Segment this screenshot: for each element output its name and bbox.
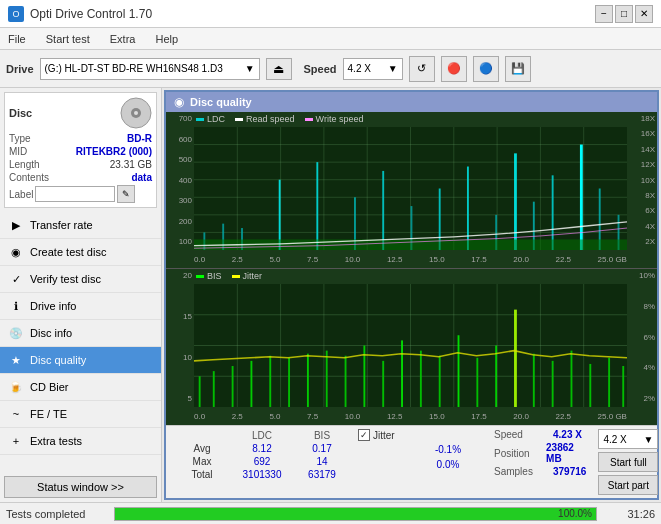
speed-position-section: Speed 4.23 X Position 23862 MB Samples 3… — [494, 429, 586, 477]
jitter-max-row: 0.0% — [358, 458, 478, 471]
sidebar-item-extra-tests[interactable]: + Extra tests — [0, 428, 161, 455]
top-chart-y-axis-left: 700 600 500 400 300 200 100 — [166, 112, 194, 248]
svg-rect-21 — [279, 180, 281, 250]
bottom-chart-svg — [194, 284, 627, 407]
menu-help[interactable]: Help — [151, 31, 182, 47]
verify-test-disc-icon: ✓ — [8, 271, 24, 287]
jitter-speed-section: ✓ Jitter -0.1% 0.0% — [358, 429, 478, 471]
refresh-button[interactable]: ↺ — [409, 56, 435, 82]
sidebar-item-label: Transfer rate — [30, 219, 93, 231]
svg-rect-54 — [307, 354, 309, 407]
test-speed-dropdown[interactable]: 4.2 X ▼ — [598, 429, 658, 449]
svg-rect-32 — [580, 145, 583, 250]
save-button[interactable]: 💾 — [505, 56, 531, 82]
svg-rect-68 — [571, 351, 573, 407]
disc-panel-title: Disc — [9, 107, 32, 119]
menubar: File Start test Extra Help — [0, 28, 661, 50]
total-label: Total — [172, 468, 232, 481]
sidebar-item-transfer-rate[interactable]: ▶ Transfer rate — [0, 212, 161, 239]
sidebar-item-disc-info[interactable]: 💿 Disc info — [0, 320, 161, 347]
statusbar: Tests completed 100.0% 31:26 — [0, 502, 661, 524]
position-value: 23862 MB — [546, 442, 586, 464]
maximize-button[interactable]: □ — [615, 5, 633, 23]
speed-dropdown[interactable]: 4.2 X ▼ — [343, 58, 403, 80]
minimize-button[interactable]: − — [595, 5, 613, 23]
sidebar-item-label: Extra tests — [30, 435, 82, 447]
titlebar: O Opti Drive Control 1.70 − □ ✕ — [0, 0, 661, 28]
action-buttons: 4.2 X ▼ Start full Start part — [598, 429, 658, 495]
sidebar: Disc Type BD-R MID RITEKBR2 (000) Length… — [0, 88, 162, 502]
status-window-button[interactable]: Status window >> — [4, 476, 157, 498]
start-part-button[interactable]: Start part — [598, 475, 658, 495]
main-area: Disc Type BD-R MID RITEKBR2 (000) Length… — [0, 88, 661, 502]
progress-percent: 100.0% — [558, 508, 592, 520]
svg-rect-59 — [401, 340, 403, 407]
max-ldc: 692 — [232, 455, 292, 468]
start-full-button[interactable]: Start full — [598, 452, 658, 472]
label-input[interactable] — [35, 186, 115, 202]
app-title: Opti Drive Control 1.70 — [30, 7, 152, 21]
progress-bar-container: 100.0% — [114, 507, 597, 521]
svg-rect-69 — [589, 364, 591, 407]
avg-label: Avg — [172, 442, 232, 455]
settings-button2[interactable]: 🔵 — [473, 56, 499, 82]
sidebar-item-fe-te[interactable]: ~ FE / TE — [0, 401, 161, 428]
svg-rect-60 — [420, 351, 422, 407]
svg-rect-24 — [382, 171, 384, 250]
total-ldc: 3101330 — [232, 468, 292, 481]
svg-rect-64 — [495, 346, 497, 408]
sidebar-item-verify-test-disc[interactable]: ✓ Verify test disc — [0, 266, 161, 293]
sidebar-item-create-test-disc[interactable]: ◉ Create test disc — [0, 239, 161, 266]
disc-panel: Disc Type BD-R MID RITEKBR2 (000) Length… — [4, 92, 157, 208]
max-bis: 14 — [292, 455, 352, 468]
max-jitter: 0.0% — [418, 458, 478, 471]
bottom-chart-y-axis-left: 20 15 10 5 — [166, 269, 194, 405]
drive-dropdown[interactable]: (G:) HL-DT-ST BD-RE WH16NS48 1.D3 ▼ — [40, 58, 260, 80]
sidebar-item-drive-info[interactable]: ℹ Drive info — [0, 293, 161, 320]
label-edit-button[interactable]: ✎ — [117, 185, 135, 203]
speed-value: 4.2 X — [348, 63, 371, 74]
menu-file[interactable]: File — [4, 31, 30, 47]
jitter-label: Jitter — [373, 430, 395, 441]
total-bis: 63179 — [292, 468, 352, 481]
avg-jitter: -0.1% — [418, 443, 478, 456]
sidebar-item-cd-bier[interactable]: 🍺 CD Bier — [0, 374, 161, 401]
close-button[interactable]: ✕ — [635, 5, 653, 23]
charts-area: LDC Read speed Write speed 700 — [166, 112, 657, 425]
menu-start-test[interactable]: Start test — [42, 31, 94, 47]
disc-icon — [120, 97, 152, 129]
jitter-checkbox[interactable]: ✓ — [358, 429, 370, 441]
samples-row: Samples 379716 — [494, 466, 586, 477]
svg-rect-65 — [514, 310, 517, 407]
toolbar: Drive (G:) HL-DT-ST BD-RE WH16NS48 1.D3 … — [0, 50, 661, 88]
sidebar-item-label: Drive info — [30, 300, 76, 312]
svg-rect-67 — [552, 361, 554, 407]
sidebar-item-disc-quality[interactable]: ★ Disc quality — [0, 347, 161, 374]
speed-row: Speed 4.23 X — [494, 429, 586, 440]
bottom-chart-plot — [194, 284, 627, 407]
disc-quality-header-title: Disc quality — [190, 96, 252, 108]
svg-rect-58 — [382, 361, 384, 407]
bis-legend: BIS — [196, 271, 222, 281]
eject-button[interactable]: ⏏ — [266, 58, 292, 80]
mid-value: RITEKBR2 (000) — [76, 146, 152, 157]
position-row: Position 23862 MB — [494, 442, 586, 464]
max-label: Max — [172, 455, 232, 468]
drive-value: (G:) HL-DT-ST BD-RE WH16NS48 1.D3 — [45, 63, 223, 74]
svg-rect-50 — [232, 366, 234, 407]
app-icon: O — [8, 6, 24, 22]
speed-avg-value: 4.23 X — [553, 429, 582, 440]
read-speed-legend: Read speed — [235, 114, 295, 124]
disc-quality-icon: ★ — [8, 352, 24, 368]
fe-te-icon: ~ — [8, 406, 24, 422]
jitter-legend: Jitter — [232, 271, 263, 281]
samples-value: 379716 — [553, 466, 586, 477]
extra-tests-icon: + — [8, 433, 24, 449]
menu-extra[interactable]: Extra — [106, 31, 140, 47]
length-key: Length — [9, 159, 40, 170]
speed-label: Speed — [304, 63, 337, 75]
bis-chart: BIS Jitter 20 15 10 5 — [166, 269, 657, 425]
svg-rect-52 — [269, 356, 271, 407]
svg-rect-71 — [622, 366, 624, 407]
settings-button1[interactable]: 🔴 — [441, 56, 467, 82]
